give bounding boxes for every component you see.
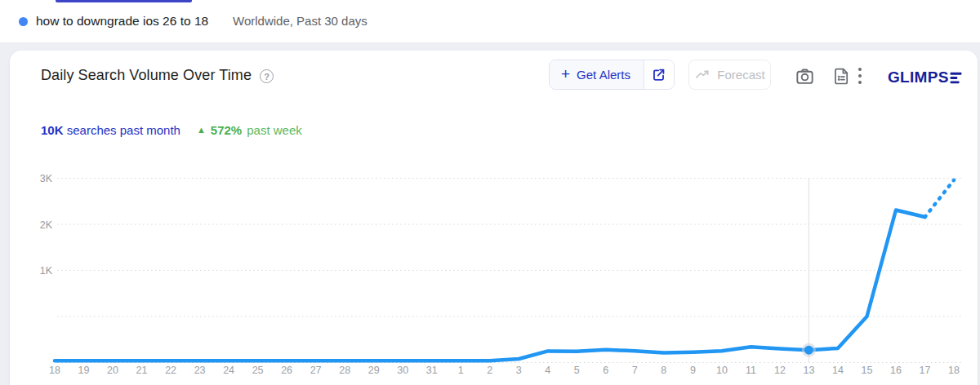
x-axis-label: 13: [803, 365, 814, 376]
highlight-marker[interactable]: [804, 346, 813, 355]
x-axis-label: 10: [716, 365, 728, 376]
x-axis-label: 22: [165, 365, 176, 376]
x-axis-label: 16: [890, 365, 902, 376]
forecast-line: [925, 180, 955, 217]
x-axis-label: 18: [948, 365, 960, 376]
y-axis-label: 2K: [40, 219, 53, 231]
x-axis-label: 18: [49, 365, 60, 376]
x-axis-label: 15: [862, 365, 873, 376]
series-legend-dot-icon: [19, 17, 28, 26]
y-axis-label: 3K: [40, 173, 53, 184]
x-axis-label: 14: [832, 365, 844, 376]
search-volume-chart[interactable]: 1K2K3K1819202122232425262728293031123456…: [10, 51, 978, 385]
query-scope: Worldwide, Past 30 days: [233, 0, 368, 42]
y-axis-label: 1K: [40, 265, 53, 277]
series-line: [55, 210, 925, 361]
x-axis-label: 29: [368, 365, 380, 376]
x-axis-label: 11: [746, 365, 756, 376]
x-axis-label: 28: [339, 365, 350, 376]
x-axis-label: 9: [690, 365, 696, 376]
x-axis-label: 25: [252, 365, 264, 376]
x-axis-label: 1: [458, 365, 464, 376]
x-axis-label: 6: [603, 365, 608, 376]
query-bar: how to downgrade ios 26 to 18 Worldwide,…: [0, 0, 980, 42]
x-axis-label: 7: [632, 365, 638, 376]
x-axis-label: 12: [774, 365, 786, 376]
x-axis-label: 30: [397, 365, 408, 376]
x-axis-label: 17: [920, 365, 931, 376]
x-axis-label: 20: [107, 365, 118, 376]
x-axis-label: 2: [487, 365, 492, 376]
x-axis-label: 23: [194, 365, 206, 376]
x-axis-label: 8: [661, 365, 666, 376]
x-axis-label: 3: [516, 365, 522, 376]
query-term[interactable]: how to downgrade ios 26 to 18: [36, 0, 208, 42]
x-axis-label: 4: [545, 365, 550, 376]
x-axis-label: 19: [78, 365, 90, 376]
x-axis-label: 26: [281, 365, 292, 376]
x-axis-label: 31: [426, 365, 438, 376]
x-axis-label: 21: [136, 365, 148, 376]
x-axis-label: 24: [223, 365, 234, 376]
search-volume-card: Daily Search Volume Over Time ? + Get Al…: [10, 51, 978, 385]
x-axis-label: 27: [310, 365, 322, 376]
x-axis-label: 5: [574, 365, 580, 376]
